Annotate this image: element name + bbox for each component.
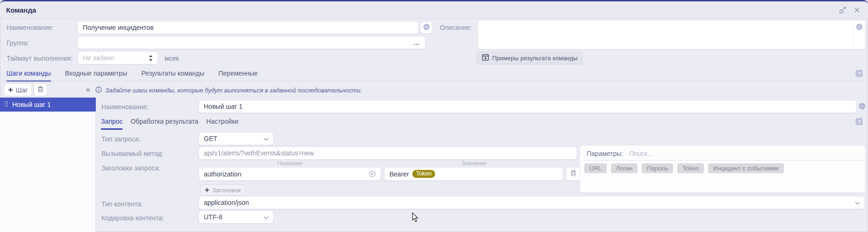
group-field[interactable]: …: [78, 36, 425, 49]
dialog-title: Команда: [6, 6, 36, 14]
step-name-localization-button[interactable]: [859, 103, 866, 110]
tab-request[interactable]: Запрос: [101, 118, 122, 130]
steps-list: Новый шаг 1: [0, 98, 96, 232]
parameters-panel: Параметры: URL Логин Пароль Token Инциде…: [580, 145, 866, 193]
info-icon: [95, 86, 102, 94]
tab-result-processing[interactable]: Обработка результата: [130, 118, 198, 130]
name-localization-button[interactable]: [420, 21, 432, 34]
step-name-label: Наименование:: [101, 103, 149, 111]
clear-icon[interactable]: [369, 170, 376, 177]
add-step-label: Шаг: [16, 86, 28, 94]
step-name-input[interactable]: [204, 103, 852, 110]
restore-window-icon[interactable]: [839, 6, 846, 14]
svg-text:?: ?: [858, 71, 861, 77]
description-field[interactable]: [478, 20, 866, 49]
parameter-chip-token[interactable]: Token: [677, 163, 704, 173]
tabs-divider: [0, 81, 868, 81]
content-encoding-label: Кодировка контента:: [101, 214, 164, 222]
command-dialog: Команда Наименование:: [0, 0, 868, 232]
parameter-chip-url[interactable]: URL: [584, 163, 607, 173]
header-name-input[interactable]: [204, 170, 369, 178]
table-download-icon: [482, 54, 489, 62]
steps-hint-text: Задайте шаги команды, которые будут выпо…: [105, 87, 362, 94]
tab-command-results[interactable]: Результаты команды: [141, 70, 204, 82]
parameter-chip-password[interactable]: Пароль: [642, 163, 673, 173]
tab-settings[interactable]: Настройки: [206, 118, 238, 130]
delete-step-button[interactable]: [34, 84, 47, 96]
chevron-down-icon[interactable]: [855, 199, 860, 206]
add-step-button[interactable]: Шаг: [4, 84, 32, 96]
parameters-search-input[interactable]: [628, 149, 733, 158]
description-label: Описание:: [440, 24, 472, 31]
help-icon[interactable]: ?: [854, 70, 863, 77]
timeout-field[interactable]: [78, 51, 158, 64]
drag-handle-icon[interactable]: [5, 101, 8, 108]
add-header-button[interactable]: Заголовок: [200, 184, 245, 196]
content-type-input[interactable]: [204, 199, 860, 206]
chevron-down-icon: [264, 135, 269, 142]
step-item-label: Новый шаг 1: [12, 101, 51, 108]
header-name-field[interactable]: [199, 167, 381, 181]
command-name-input[interactable]: [83, 24, 413, 31]
header-value-text: Bearer: [389, 170, 409, 178]
number-spinner-icon[interactable]: [149, 55, 153, 62]
timeout-input[interactable]: [83, 54, 149, 62]
tab-command-steps[interactable]: Шаги команды: [7, 70, 51, 82]
parameters-label: Параметры:: [587, 150, 624, 157]
step-list-item-selected[interactable]: Новый шаг 1: [0, 98, 96, 112]
parameter-chip-incident[interactable]: Инцидент с событиями: [708, 163, 784, 173]
request-type-label: Тип запроса:: [101, 135, 140, 143]
header-value-field[interactable]: Bearer Token: [384, 167, 563, 181]
close-icon[interactable]: [854, 7, 861, 14]
request-type-select[interactable]: GET: [199, 132, 273, 145]
tab-variables[interactable]: Переменные: [218, 70, 258, 82]
globe-icon: [856, 23, 863, 49]
group-picker-button[interactable]: …: [413, 39, 420, 46]
method-label: Вызываемый метод:: [101, 150, 164, 157]
svg-text:?: ?: [858, 120, 861, 125]
help-icon[interactable]: ?: [854, 118, 863, 126]
add-header-label: Заголовок: [212, 187, 241, 194]
method-input[interactable]: [204, 149, 572, 157]
step-tabbar: Запрос Обработка результата Настройки: [101, 118, 238, 130]
parameters-divider: [583, 160, 862, 161]
step-name-field[interactable]: [199, 100, 857, 113]
timeout-label: Таймаут выполнения:: [7, 55, 72, 62]
main-tabbar: Шаги команды Входные параметры Результат…: [7, 70, 258, 82]
timeout-unit: мсек: [165, 55, 179, 62]
content-encoding-value: UTF-8: [204, 213, 222, 221]
plus-icon: [8, 86, 13, 94]
mouse-cursor: [412, 212, 419, 225]
content-type-field[interactable]: [199, 196, 865, 209]
method-field[interactable]: [199, 147, 577, 160]
header-value-column-title: Значение: [384, 160, 563, 167]
chevron-down-icon: [264, 213, 269, 221]
steps-hint: Задайте шаги команды, которые будут выпо…: [95, 86, 362, 94]
tab-input-parameters[interactable]: Входные параметры: [65, 70, 127, 82]
description-textarea[interactable]: [478, 21, 853, 49]
header-name-column-title: Название: [199, 160, 381, 167]
command-result-examples-button[interactable]: Примеры результата команды: [477, 52, 582, 64]
request-headers-label: Заголовки запроса:: [101, 164, 160, 172]
trash-icon: [37, 86, 43, 94]
plus-icon: [205, 187, 209, 194]
command-name-field[interactable]: [78, 21, 418, 34]
delete-header-button[interactable]: [566, 167, 580, 181]
collapse-steps-panel-icon[interactable]: «: [86, 85, 90, 94]
trash-icon: [570, 170, 576, 178]
description-localization-button[interactable]: [853, 21, 865, 49]
dialog-titlebar: Команда: [0, 1, 868, 19]
parameter-chips: URL Логин Пароль Token Инцидент с событи…: [584, 163, 784, 173]
group-label: Группа:: [7, 39, 29, 47]
examples-button-label: Примеры результата команды: [492, 55, 577, 62]
content-encoding-select[interactable]: UTF-8: [199, 211, 273, 224]
request-type-value: GET: [204, 135, 217, 142]
globe-icon: [423, 23, 430, 32]
token-parameter-chip[interactable]: Token: [412, 170, 435, 178]
group-input[interactable]: [83, 39, 413, 46]
parameter-chip-login[interactable]: Логин: [611, 163, 638, 173]
command-name-label: Наименование:: [7, 24, 54, 31]
content-type-label: Тип контента:: [101, 200, 143, 208]
